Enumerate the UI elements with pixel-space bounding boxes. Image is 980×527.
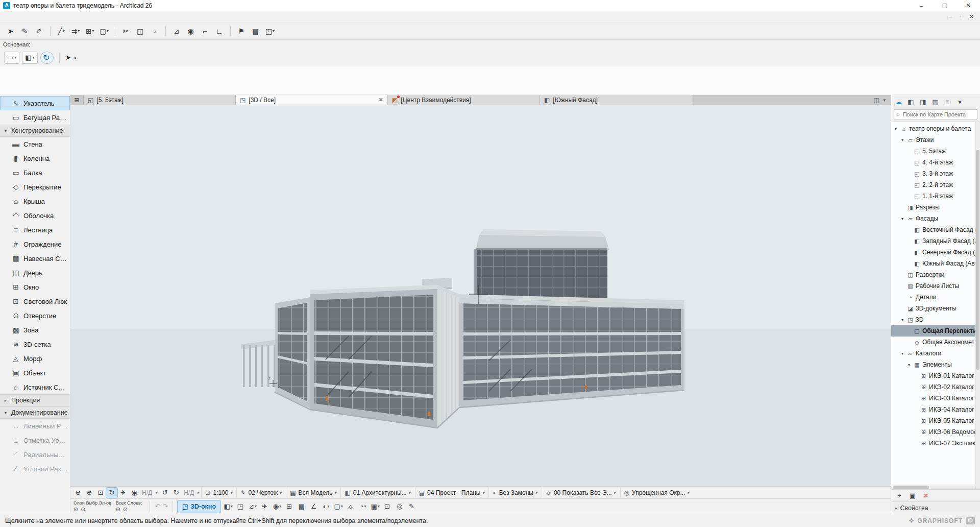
tab-list-icon[interactable]: ▾ [883,98,886,103]
project-map-icon[interactable]: ◧ [906,97,916,107]
sun-settings-icon[interactable]: ☼ [345,500,357,513]
line-tool-icon[interactable]: ╱▾ [55,25,68,38]
tool-beam[interactable]: ▭ Балка [0,165,70,180]
filter-elements-icon[interactable]: ▢▾ [332,500,345,513]
shading-mode-icon[interactable]: ◐▾ [320,500,332,513]
pen-set-dropdown[interactable]: ✎ 02 Чертеж ▸ [236,488,286,498]
section-documentation[interactable]: ▾ Документирование [0,406,70,419]
tree-item[interactable]: ◱ 3. 3-й этаж [891,168,980,179]
zoom-tool-icon[interactable]: ◉ [184,25,198,38]
tree-caret-icon[interactable]: ▾ [900,318,905,322]
window-close-button[interactable]: ✕ [957,0,980,11]
tree-caret-icon[interactable]: ▾ [900,138,905,142]
tree-item[interactable]: ▾ ▱ Этажи [891,134,980,146]
fillet-tool-icon[interactable]: ∟ [213,25,226,38]
tree-item[interactable]: ⊞ ИКЭ-04 Каталог С [891,404,980,415]
graphisoft-id-badge[interactable]: ID [966,517,975,524]
tree-item[interactable]: ⊞ ИКЭ-06 Ведомос [891,426,980,438]
tree-item[interactable]: ◧ Северный Фасад (А [891,247,980,258]
doc-restore-icon[interactable]: ▫ [960,14,962,19]
tree-item[interactable]: ◨ Разрезы [891,202,980,213]
tab-overview-button[interactable]: ⊞ [70,95,84,105]
offset-tool-icon[interactable]: ⇉▾ [69,25,82,38]
tab-interaction-center[interactable]: ◩ [Центр Взаимодействия] [388,95,540,105]
pointer-caret-icon[interactable]: ▸ [75,55,77,60]
sketch-style-icon[interactable]: ✎ [406,500,418,513]
tool-stair[interactable]: ≡ Лестница [0,223,70,237]
tree-item[interactable]: ▾ ⌂ театр оперы и балета [891,123,980,134]
zoom-fit-icon[interactable]: ⊡ [95,488,106,498]
search-input[interactable] [902,111,975,118]
doc-close-icon[interactable]: ✕ [970,14,974,19]
tool-column[interactable]: ▮ Колонна [0,151,70,165]
split-tool-icon[interactable]: ✂ [119,25,133,38]
selection-mode-button[interactable]: ◧▾ [22,52,37,64]
tool-morph[interactable]: ◬ Морф [0,351,70,366]
pen-tool-icon[interactable]: ✐ [33,25,46,38]
window-minimize-button[interactable]: – [910,0,933,11]
toolbar-button[interactable] [230,26,231,36]
favorites-flag-icon[interactable]: ⚑ [235,25,248,38]
trim-tool-icon[interactable]: ▫ [148,25,161,38]
organizer-icon[interactable]: ◳▾ [263,25,277,38]
tree-item[interactable]: ▾ ▦ Элементы [891,359,980,370]
tree-item[interactable]: ◱ 2. 2-й этаж [891,179,980,190]
frame-tool-icon[interactable]: ▢▾ [97,25,111,38]
tool-angle-dimension[interactable]: ∠ Угловой Разм... [0,462,70,476]
tool-level-dimension[interactable]: ± Отметка Уро... [0,433,70,447]
tool-opening[interactable]: ⊙ Отверстие [0,308,70,323]
tree-item[interactable]: ⊞ ИКЭ-02 Каталог В [891,381,980,393]
angle-snap-icon[interactable]: ∠ [308,500,320,513]
project-map-search[interactable]: ○ [894,109,977,119]
tree-item[interactable]: ⊞ ИКЭ-07 Эксплика [891,438,980,449]
tree-item[interactable]: ▾ ▱ Фасады [891,213,980,224]
camera-icon[interactable]: ▣▾ [369,500,381,513]
scale-dropdown[interactable]: ⊿ 1:100 ▸ [201,488,236,498]
toolbar-button[interactable] [50,26,51,36]
tree-item[interactable]: ⊞ ИКЭ-03 Каталог С [891,393,980,404]
tree-item[interactable]: ▾ ◳ 3D [891,314,980,325]
viewport-3d[interactable]: z x [70,105,891,486]
3d-window-button[interactable]: ◳ 3D-окно [178,500,220,513]
tree-item[interactable]: ◧ Южный Фасад (Авт [891,258,980,269]
tool-window[interactable]: ⊞ Окно [0,280,70,294]
tool-pointer[interactable]: ↖ Указатель [0,96,70,110]
look-to-icon[interactable]: ◉▾ [271,500,283,513]
layout-sheet-icon[interactable]: ▤ [249,25,262,38]
graphic-override-dropdown[interactable]: ◐ Без Замены ▸ [488,488,541,498]
show-selected-layers-icon[interactable]: ⊙ [81,506,85,513]
measure-tool-icon[interactable]: ⊿ [170,25,183,38]
show-all-layers-icon[interactable]: ⊙ [123,506,128,513]
horizontal-scrollbar[interactable] [891,485,975,489]
properties-section-header[interactable]: ▸ Свойства [891,501,980,514]
project-chooser-icon[interactable]: ☁ [894,97,903,107]
tree-caret-icon[interactable]: ▾ [893,127,898,131]
tab-south-elevation[interactable]: ◧ [Южный Фасад] [540,95,692,105]
zoom-out-icon[interactable]: ⊖ [72,488,84,498]
tree-item[interactable]: ◇ Общая Аксономет [891,337,980,348]
tree-item[interactable]: ⊞ ИКЭ-01 Каталог С [891,370,980,381]
layout-book-icon[interactable]: ▥ [930,97,940,107]
tree-item[interactable]: ◫ Развертки [891,269,980,280]
snapshot-icon[interactable]: ⊡ [381,500,394,513]
tool-zone[interactable]: ▩ Зона [0,323,70,337]
shadows-icon[interactable]: ◔▾ [357,500,369,513]
add-viewpoint-button[interactable]: + [895,492,903,499]
vertical-scrollbar[interactable] [975,122,980,489]
snap-grid-icon[interactable]: ⊞▾ [83,25,96,38]
scrollbar-thumb[interactable] [976,150,979,370]
adjust-tool-icon[interactable]: ◫ [134,25,147,38]
view-mode-icon[interactable]: ◧▾ [222,500,234,513]
tool-marquee[interactable]: ▭ Бегущая Рамка [0,110,70,125]
undo-view-icon[interactable]: ↶ [155,502,160,510]
navigator-menu-icon[interactable]: ≡ [943,97,952,107]
tool-mesh[interactable]: ≋ 3D-сетка [0,337,70,351]
tree-item[interactable]: ▥ Рабочие Листы [891,280,980,292]
tree-item[interactable]: ◱ 5. 5этаж [891,146,980,157]
tool-linear-dimension[interactable]: ↔ Линейный Ра... [0,419,70,433]
tab-options-icon[interactable]: ◫ [873,97,879,104]
section-design[interactable]: ▾ Конструирование [0,125,70,137]
zoom-window-icon[interactable]: ◉ [129,488,140,498]
tool-railing[interactable]: # Ограждение [0,237,70,251]
previous-view-icon[interactable]: ↺ [159,488,170,498]
